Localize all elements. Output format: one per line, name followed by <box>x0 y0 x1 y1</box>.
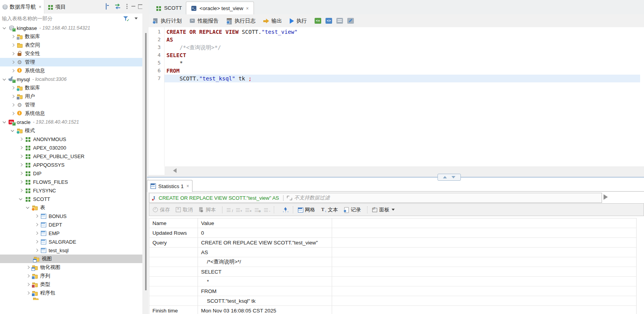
chevron-right-icon[interactable] <box>18 145 24 151</box>
grid-view-button[interactable]: 网格 <box>298 206 315 213</box>
chevron-right-icon[interactable] <box>10 93 16 99</box>
scroll-left-icon[interactable] <box>173 168 177 173</box>
table-row[interactable]: * <box>149 277 637 286</box>
close-icon[interactable]: × <box>186 183 189 189</box>
tree-item-admin[interactable]: 管理 <box>0 101 142 109</box>
tree-item-admin-selected[interactable]: 管理 <box>0 58 142 66</box>
tree-item-users[interactable]: 用户 <box>0 92 142 101</box>
tree-item-materialized-views[interactable]: 物化视图 <box>0 263 142 272</box>
expand-icon[interactable] <box>283 195 292 201</box>
chevron-right-icon[interactable] <box>10 59 16 65</box>
delete-row-icon[interactable] <box>245 207 251 213</box>
chevron-right-icon[interactable] <box>18 162 24 168</box>
tree-item-databases[interactable]: 数据库 <box>0 84 142 92</box>
tree-item-table[interactable]: SALGRADE <box>0 237 142 246</box>
scrollbar-thumb[interactable] <box>145 33 147 290</box>
chevron-right-icon[interactable] <box>10 51 16 57</box>
tree-item-schema[interactable]: FLOWS_FILES <box>0 178 142 186</box>
tree-item-schemas[interactable]: 模式 <box>0 126 142 135</box>
performance-report-button[interactable]: 性能报告 <box>189 17 219 24</box>
tree-item-tables-folder[interactable]: 表 <box>0 203 142 212</box>
tree-item-sequences[interactable]: 序列 <box>0 272 142 280</box>
output-button[interactable]: 输出 <box>263 17 282 24</box>
tree-item-schema-scott[interactable]: SCOTT <box>0 195 142 203</box>
execute-button[interactable]: 执行 <box>290 17 307 24</box>
close-icon[interactable]: × <box>39 4 42 10</box>
tree-item-sysinfo[interactable]: 系统信息 <box>0 109 142 118</box>
code-button[interactable]: <> <box>326 18 332 24</box>
save-button[interactable]: 保存 <box>152 206 170 213</box>
collapse-down-icon[interactable] <box>452 176 455 178</box>
tree-item-table[interactable]: DEPT <box>0 220 142 229</box>
chevron-right-icon[interactable] <box>10 102 16 108</box>
cancel-button[interactable]: 取消 <box>175 206 193 213</box>
chevron-right-icon[interactable] <box>10 68 16 74</box>
new-sql-button[interactable]: <+ <box>315 18 321 24</box>
filter-input[interactable]: 输入表格名称的一部分 <box>2 14 52 23</box>
table-row[interactable]: FROM <box>149 286 637 296</box>
chevron-down-icon[interactable] <box>10 127 16 134</box>
chevron-down-icon[interactable] <box>18 196 24 202</box>
tree-item-tablespaces[interactable]: 表空间 <box>0 41 142 49</box>
tree-item-schema[interactable]: ANONYMOUS <box>0 135 142 143</box>
tree-item-table[interactable]: BONUS <box>0 212 142 220</box>
table-row[interactable]: SCOTT."test_ksql" tk <box>149 296 637 306</box>
tree-item-table[interactable]: test_ksql <box>0 246 142 255</box>
statistics-tab[interactable]: Statistics 1 × <box>147 180 192 192</box>
chevron-right-icon[interactable] <box>33 247 40 253</box>
add-row-icon[interactable] <box>236 207 242 213</box>
tree-item-schema[interactable]: FLYSYNC <box>0 186 142 195</box>
tree-item-security[interactable]: 安全性 <box>0 49 142 58</box>
editor-tab-scott[interactable]: SCOTT <box>151 2 187 14</box>
record-view-button[interactable]: 记录 <box>343 206 361 213</box>
apply-filter-icon[interactable] <box>604 194 608 200</box>
table-row[interactable]: /*<查询说明>*/ <box>149 257 637 267</box>
chevron-right-icon[interactable] <box>25 290 31 296</box>
collapse-all-icon[interactable] <box>106 3 107 10</box>
tree-item-oracle[interactable]: oracle - 192.168.40.40:1521 <box>0 118 142 126</box>
chevron-right-icon[interactable] <box>10 42 16 48</box>
duplicate-row-icon[interactable] <box>254 207 261 213</box>
edit-row-icon[interactable] <box>226 207 233 213</box>
chevron-right-icon[interactable] <box>33 213 40 219</box>
tree-item-schema[interactable]: APEX_030200 <box>0 143 142 152</box>
remove-row-icon[interactable] <box>264 207 270 213</box>
dropdown-caret-icon[interactable] <box>392 209 395 211</box>
chevron-right-icon[interactable] <box>10 110 16 117</box>
chevron-right-icon[interactable] <box>25 273 31 279</box>
close-icon[interactable]: × <box>246 6 249 11</box>
table-row[interactable]: Updated Rows 0 <box>149 228 637 238</box>
tree-item-sysinfo[interactable]: 系统信息 <box>0 66 142 75</box>
navigator-scrollbar[interactable] <box>142 0 149 314</box>
column-header-value[interactable]: Value <box>198 218 332 228</box>
chevron-right-icon[interactable] <box>33 222 40 228</box>
export-icon[interactable] <box>282 207 288 213</box>
filter-funnel-icon[interactable] <box>123 16 129 22</box>
chevron-right-icon[interactable] <box>18 153 24 159</box>
tree-item-table[interactable]: EMP <box>0 229 142 237</box>
script-document-button[interactable] <box>336 18 343 24</box>
panel-button[interactable]: 面板 <box>372 206 395 213</box>
chevron-down-icon[interactable] <box>25 204 31 211</box>
sql-editor[interactable]: 1 2 3 4 5 6 7 CREATE OR REPLACE VIEW SCO… <box>149 27 644 166</box>
chevron-right-icon[interactable] <box>18 170 24 176</box>
sash-collapse-button[interactable] <box>438 174 461 181</box>
tab-projects[interactable]: 项目 <box>47 0 66 14</box>
execution-log-button[interactable]: 执行日志 <box>226 17 256 24</box>
edit-button[interactable] <box>347 18 354 24</box>
chevron-right-icon[interactable] <box>10 85 16 91</box>
tab-database-navigator[interactable]: 数据库导航 × <box>0 0 44 14</box>
chevron-down-icon[interactable] <box>2 119 8 125</box>
chevron-down-icon[interactable] <box>2 25 8 31</box>
chevron-right-icon[interactable] <box>33 230 40 236</box>
chevron-right-icon[interactable] <box>33 239 40 245</box>
column-header-name[interactable]: Name <box>149 218 198 228</box>
chevron-right-icon[interactable] <box>10 33 16 40</box>
results-filter-bar[interactable]: CREATE OR REPLACE VIEW SCOTT."test_view"… <box>149 193 602 203</box>
tree-item-types[interactable]: 类型 <box>0 280 142 289</box>
chevron-right-icon[interactable] <box>25 264 31 270</box>
tree-item-mysql[interactable]: mysql - localhost:3306 <box>0 75 142 84</box>
execution-plan-button[interactable]: 执行计划 <box>152 17 182 24</box>
table-row[interactable]: Finish time Mon Nov 03 16:08:05 CST 2025 <box>149 306 637 314</box>
tree-item-kingbase[interactable]: kingbase - 192.168.40.111:54321 <box>0 24 142 32</box>
